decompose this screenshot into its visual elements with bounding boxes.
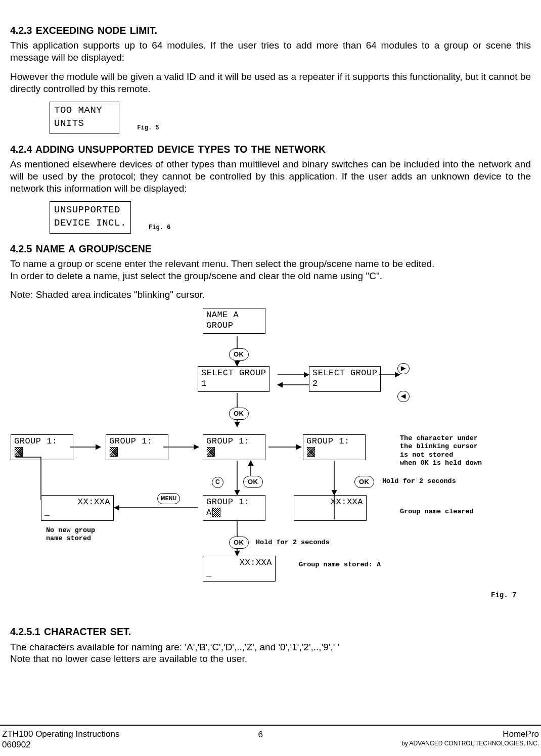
lcd-too-many-units: TOO MANY UNITS: [50, 102, 119, 134]
annot-hold-2s-bottom: Hold for 2 seconds: [256, 539, 330, 547]
annot-name-stored: Group name stored: A: [299, 561, 381, 569]
lcd-line: UNITS: [54, 117, 115, 130]
para-424-1: As mentioned elsewhere devices of other …: [10, 158, 531, 194]
ok-button: OK: [229, 537, 249, 549]
figure-7-flowchart: NAME A GROUP OK SELECT GROUP 1 SELECT GR…: [11, 308, 530, 616]
menu-button: MENU: [157, 493, 180, 504]
ok-button: OK: [354, 476, 374, 488]
annot-hold-2s: Hold for 2 seconds: [382, 477, 456, 485]
page-number: 6: [119, 729, 401, 740]
heading-423: 4.2.3 EXCEEDING NODE LIMIT.: [10, 24, 531, 36]
lcd-group1-a: GROUP 1:: [11, 434, 73, 460]
lcd-group1-edit-a: GROUP 1: A: [203, 495, 265, 521]
footer-doc-title: ZTH100 Operating Instructions: [2, 729, 119, 739]
arrow-left-icon: ◀: [397, 391, 410, 402]
lcd-line: UNSUPPORTED: [54, 204, 126, 217]
figure-6: UNSUPPORTED DEVICE INCL. Fig. 6: [50, 201, 531, 233]
lcd-group1-b: GROUP 1:: [106, 434, 168, 460]
para-425-1: To name a group or scene enter the relev…: [10, 258, 531, 282]
note-425: Note: Shaded area indicates "blinking" c…: [10, 289, 531, 301]
figure-label: Fig. 7: [491, 591, 516, 600]
lcd-clock-right: XX:XXA: [294, 495, 367, 521]
lcd-unsupported-device: UNSUPPORTED DEVICE INCL.: [50, 201, 131, 233]
footer-divider: [0, 725, 541, 726]
lcd-line: DEVICE INCL.: [54, 217, 126, 230]
blinking-cursor-icon: [212, 508, 220, 517]
blinking-cursor-icon: [110, 447, 118, 457]
document-page: 4.2.3 EXCEEDING NODE LIMIT. This applica…: [0, 0, 541, 756]
para-423-2: However the module will be given a valid…: [10, 71, 531, 95]
lcd-group1-d: GROUP 1:: [303, 434, 366, 460]
para-423-1: This application supports up to 64 modul…: [10, 39, 531, 64]
page-footer: ZTH100 Operating Instructions 060902 6 H…: [0, 729, 541, 750]
footer-brand: HomePro: [401, 729, 539, 739]
ok-button: OK: [229, 408, 249, 420]
figure-label: Fig. 5: [137, 124, 159, 134]
lcd-line: TOO MANY: [54, 104, 115, 117]
ok-button: OK: [229, 348, 249, 361]
lcd-clock-bottom: XX:XXA _: [203, 556, 276, 582]
lcd-group1-c: GROUP 1:: [203, 434, 265, 460]
lcd-select-group-1: SELECT GROUP 1: [198, 366, 269, 392]
annot-no-new-group: No new group name stored: [46, 526, 95, 543]
blinking-cursor-icon: [207, 447, 215, 457]
figure-label: Fig. 6: [149, 224, 170, 234]
blinking-cursor-icon: [307, 447, 315, 457]
footer-doc-code: 060902: [2, 740, 119, 750]
lcd-name-a-group: NAME A GROUP: [203, 308, 265, 334]
lcd-select-group-2: SELECT GROUP 2: [309, 366, 381, 392]
heading-4251: 4.2.5.1 CHARACTER SET.: [10, 626, 531, 638]
footer-company: by ADVANCED CONTROL TECHNOLOGIES, INC.: [401, 740, 539, 747]
heading-425: 4.2.5 NAME A GROUP/SCENE: [10, 243, 531, 255]
ok-button: OK: [243, 476, 263, 488]
figure-5: TOO MANY UNITS Fig. 5: [50, 102, 531, 134]
arrow-right-icon: ▶: [397, 363, 410, 374]
annot-char-not-stored: The character under the blinking cursor …: [400, 434, 482, 467]
c-button: C: [212, 477, 223, 488]
para-4251-1: The characters available for naming are:…: [10, 641, 531, 665]
annot-name-cleared: Group name cleared: [400, 508, 474, 516]
heading-424: 4.2.4 ADDING UNSUPPORTED DEVICE TYPES TO…: [10, 143, 531, 155]
blinking-cursor-icon: [15, 447, 23, 457]
lcd-clock-left: XX:XXA _: [41, 495, 114, 521]
